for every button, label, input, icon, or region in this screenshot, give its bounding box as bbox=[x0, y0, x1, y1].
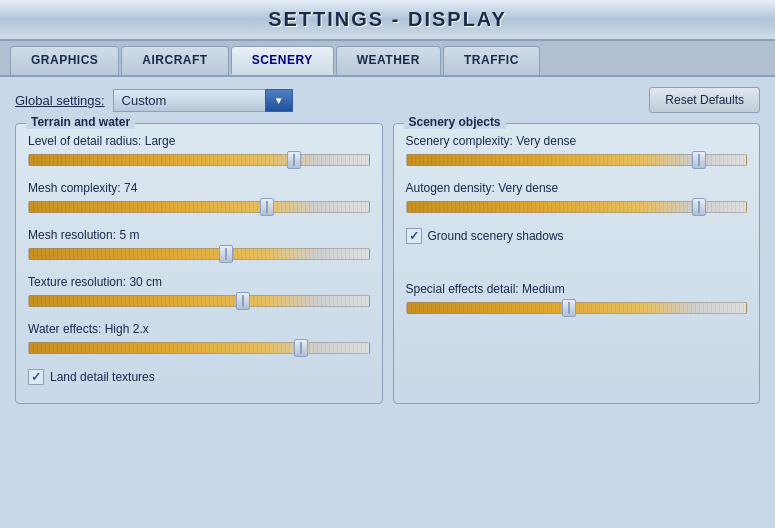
slider-thumb[interactable] bbox=[260, 198, 274, 216]
slider-water-effects-track[interactable] bbox=[28, 339, 370, 357]
slider-thumb[interactable] bbox=[294, 339, 308, 357]
slider-track bbox=[28, 154, 370, 166]
reset-defaults-button[interactable]: Reset Defaults bbox=[649, 87, 760, 113]
slider-special-effects: Special effects detail: Medium bbox=[406, 282, 748, 317]
slider-mesh-resolution-label: Mesh resolution: 5 m bbox=[28, 228, 370, 242]
slider-track bbox=[406, 302, 748, 314]
slider-scenery-complexity: Scenery complexity: Very dense bbox=[406, 134, 748, 169]
tab-graphics[interactable]: GRAPHICS bbox=[10, 46, 119, 75]
land-detail-textures-checkbox[interactable]: ✓ bbox=[28, 369, 44, 385]
tab-weather[interactable]: WEATHER bbox=[336, 46, 441, 75]
slider-water-effects: Water effects: High 2.x bbox=[28, 322, 370, 357]
global-settings-label: Global settings: bbox=[15, 93, 105, 108]
land-detail-textures-row: ✓ Land detail textures bbox=[28, 369, 370, 385]
slider-track bbox=[28, 248, 370, 260]
slider-special-effects-label: Special effects detail: Medium bbox=[406, 282, 748, 296]
terrain-panel-title: Terrain and water bbox=[26, 115, 135, 129]
tab-bar: GRAPHICS AIRCRAFT SCENERY WEATHER TRAFFI… bbox=[0, 41, 775, 77]
slider-level-of-detail: Level of detail radius: Large bbox=[28, 134, 370, 169]
ground-scenery-shadows-label: Ground scenery shadows bbox=[428, 229, 564, 243]
tab-aircraft[interactable]: AIRCRAFT bbox=[121, 46, 228, 75]
slider-mesh-complexity-track[interactable] bbox=[28, 198, 370, 216]
ground-scenery-shadows-row: ✓ Ground scenery shadows bbox=[406, 228, 748, 244]
global-settings-dropdown[interactable]: Custom Low Medium High Ultra High bbox=[113, 89, 293, 112]
scenery-panel: Scenery objects Scenery complexity: Very… bbox=[393, 123, 761, 404]
slider-level-of-detail-track[interactable] bbox=[28, 151, 370, 169]
page-title: SETTINGS - DISPLAY bbox=[268, 8, 507, 30]
checkbox-check-icon: ✓ bbox=[409, 229, 419, 243]
slider-track bbox=[28, 295, 370, 307]
slider-water-effects-label: Water effects: High 2.x bbox=[28, 322, 370, 336]
ground-scenery-shadows-checkbox[interactable]: ✓ bbox=[406, 228, 422, 244]
global-settings-row: Global settings: Custom Low Medium High … bbox=[15, 87, 760, 113]
slider-track bbox=[28, 342, 370, 354]
slider-mesh-complexity-label: Mesh complexity: 74 bbox=[28, 181, 370, 195]
slider-mesh-resolution: Mesh resolution: 5 m bbox=[28, 228, 370, 263]
slider-texture-resolution-label: Texture resolution: 30 cm bbox=[28, 275, 370, 289]
slider-scenery-complexity-label: Scenery complexity: Very dense bbox=[406, 134, 748, 148]
slider-mesh-complexity: Mesh complexity: 74 bbox=[28, 181, 370, 216]
main-content: Global settings: Custom Low Medium High … bbox=[0, 77, 775, 414]
slider-texture-resolution: Texture resolution: 30 cm bbox=[28, 275, 370, 310]
slider-thumb[interactable] bbox=[692, 151, 706, 169]
spacer bbox=[406, 252, 748, 282]
panels-row: Terrain and water Level of detail radius… bbox=[15, 123, 760, 404]
slider-thumb[interactable] bbox=[287, 151, 301, 169]
slider-autogen-density-track[interactable] bbox=[406, 198, 748, 216]
slider-autogen-density-label: Autogen density: Very dense bbox=[406, 181, 748, 195]
slider-autogen-density: Autogen density: Very dense bbox=[406, 181, 748, 216]
slider-thumb[interactable] bbox=[236, 292, 250, 310]
tab-traffic[interactable]: TRAFFIC bbox=[443, 46, 540, 75]
slider-level-of-detail-label: Level of detail radius: Large bbox=[28, 134, 370, 148]
slider-thumb[interactable] bbox=[562, 299, 576, 317]
checkbox-check-icon: ✓ bbox=[31, 370, 41, 384]
slider-track bbox=[28, 201, 370, 213]
slider-thumb[interactable] bbox=[692, 198, 706, 216]
terrain-panel: Terrain and water Level of detail radius… bbox=[15, 123, 383, 404]
global-settings-dropdown-wrapper: Custom Low Medium High Ultra High ▼ bbox=[113, 89, 293, 112]
slider-special-effects-track[interactable] bbox=[406, 299, 748, 317]
tab-scenery[interactable]: SCENERY bbox=[231, 46, 334, 75]
slider-scenery-complexity-track[interactable] bbox=[406, 151, 748, 169]
slider-texture-resolution-track[interactable] bbox=[28, 292, 370, 310]
scenery-panel-title: Scenery objects bbox=[404, 115, 506, 129]
slider-thumb[interactable] bbox=[219, 245, 233, 263]
title-bar: SETTINGS - DISPLAY bbox=[0, 0, 775, 41]
land-detail-textures-label: Land detail textures bbox=[50, 370, 155, 384]
slider-mesh-resolution-track[interactable] bbox=[28, 245, 370, 263]
